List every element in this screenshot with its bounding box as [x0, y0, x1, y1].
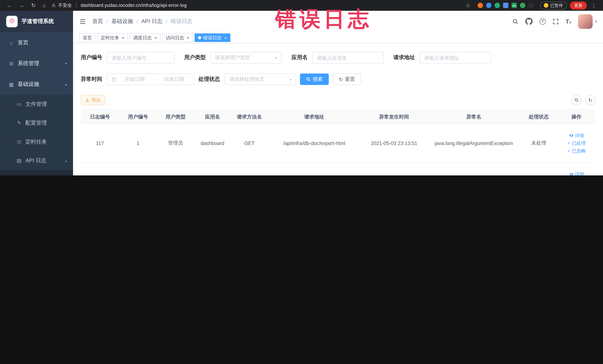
sidebar-item-access-log[interactable]: ▥访问日志	[0, 170, 73, 176]
refresh-icon: ↻	[588, 97, 592, 103]
export-button[interactable]: 导出	[81, 95, 105, 105]
user-id-input[interactable]	[107, 52, 175, 63]
screen: ← → ↻ ⌂ ⚠ 不安全 dashboard.yudao.iocoder.cn…	[0, 0, 603, 176]
breadcrumb-separator: /	[166, 18, 167, 24]
sidebar-item-job[interactable]: ◷定时任务	[0, 132, 73, 151]
reload-icon[interactable]: ↻	[28, 0, 39, 11]
action-processed[interactable]: ✓已处理	[567, 140, 586, 146]
tab-错误日志[interactable]: 错误日志×	[195, 33, 230, 42]
tab-close-icon[interactable]: ×	[187, 35, 189, 40]
breadcrumb-item-infrastructure[interactable]: 基础设施	[111, 18, 133, 25]
exception-time-field: 异常时间 开始日期 - 结束日期	[81, 73, 195, 85]
cell-user_id: 1	[119, 163, 157, 176]
app-title: 芋道管理系统	[22, 18, 54, 25]
extension-dark-paw-icon[interactable]	[529, 3, 534, 8]
address-bar[interactable]: ⚠ 不安全 dashboard.yudao.iocoder.cn/infra/l…	[52, 2, 187, 9]
tab-首页[interactable]: 首页	[79, 33, 95, 42]
filter-row-2: 异常时间 开始日期 - 结束日期 处理状态 请选	[81, 73, 595, 85]
sidebar-item-file[interactable]: ▭文件管理	[0, 94, 73, 114]
cell-method: GET	[231, 163, 268, 176]
action-ignored[interactable]: ✓已忽略	[567, 148, 586, 154]
avatar-dropdown[interactable]: ▾	[578, 14, 597, 29]
check-icon: ✓	[567, 141, 571, 145]
active-tab-dot	[198, 36, 201, 39]
cell-id: 117	[81, 124, 119, 163]
search-toggle-button[interactable]	[571, 95, 581, 105]
app-name-input[interactable]	[312, 52, 384, 63]
extension-teal-sync-icon[interactable]	[495, 3, 500, 8]
process-status-field: 处理状态 请选择处理状态 ▾	[198, 73, 296, 85]
browser-right-controls: ☆ on 已暂停 更新 ⋮	[462, 0, 600, 11]
action-detail[interactable]: 详细	[569, 132, 584, 139]
tab-close-icon[interactable]: ×	[224, 35, 227, 40]
app-logo[interactable]: 芋道管理系统	[0, 11, 73, 32]
process-status-select[interactable]: 请选择处理状态 ▾	[225, 73, 296, 85]
github-icon[interactable]	[525, 18, 532, 25]
extension-green-leaf-icon[interactable]	[520, 3, 525, 8]
request-url-label: 请求地址	[393, 54, 415, 61]
table-body: 1171管理员dashboardGET/api/infra/db-doc/exp…	[81, 124, 595, 176]
app-header: 首页 / 基础设施 / API 日志 / 错误日志 ?	[73, 11, 603, 32]
reset-button[interactable]: ↻ 重置	[333, 73, 361, 85]
tab-访问日志[interactable]: 访问日志×	[162, 33, 193, 42]
refresh-button[interactable]: ↻	[585, 95, 595, 105]
back-icon[interactable]: ←	[3, 0, 15, 11]
sidebar-item-system[interactable]: ⚙系统管理▾	[0, 53, 73, 74]
sidebar-toggle-icon[interactable]	[79, 18, 86, 25]
security-label[interactable]: 不安全	[58, 2, 72, 9]
sidebar-item-api-log[interactable]: ▤API 日志▴	[0, 151, 73, 170]
chevron-up-icon: ▴	[65, 82, 67, 86]
url-text[interactable]: dashboard.yudao.iocoder.cn/infra/log/api…	[81, 3, 187, 8]
breadcrumb-item-api-log[interactable]: API 日志	[141, 18, 162, 25]
download-icon	[85, 98, 90, 102]
bookmark-star-icon[interactable]: ☆	[462, 0, 474, 11]
column-header: 异常发生时间	[360, 110, 428, 124]
exception-time-label: 异常时间	[81, 76, 102, 83]
extension-blue-grid-icon[interactable]	[503, 3, 509, 8]
kebab-menu-icon[interactable]: ⋮	[588, 0, 600, 11]
column-header: 用户编号	[119, 110, 157, 124]
extension-orange-icon[interactable]	[478, 3, 483, 8]
logo-rabbit-icon	[6, 16, 18, 27]
sidebar-item-infrastructure[interactable]: ▦基础设施▴	[0, 74, 73, 94]
cell-status: 未处理	[520, 124, 557, 163]
tab-label: 访问日志	[166, 35, 184, 41]
request-url-input[interactable]	[419, 52, 491, 63]
tab-close-icon[interactable]: ×	[154, 35, 157, 40]
browser-toolbar: ← → ↻ ⌂ ⚠ 不安全 dashboard.yudao.iocoder.cn…	[0, 0, 603, 11]
browser-home-icon[interactable]: ⌂	[39, 0, 49, 11]
fullscreen-icon[interactable]	[553, 18, 559, 24]
sidebar-item-label: 配置管理	[25, 119, 47, 126]
tab-调度日志[interactable]: 调度日志×	[130, 33, 160, 42]
sidebar-item-home[interactable]: ⌂首页	[0, 32, 73, 53]
user-type-select[interactable]: 请选择用户类型 ▾	[210, 52, 282, 63]
column-header: 异常名	[428, 110, 520, 124]
extension-green-on-icon[interactable]: on	[511, 3, 517, 8]
exception-time-range-picker[interactable]: 开始日期 - 结束日期	[107, 73, 195, 85]
help-icon[interactable]: ?	[539, 18, 545, 24]
search-button[interactable]: 搜索	[300, 73, 329, 85]
update-button[interactable]: 更新	[570, 1, 587, 10]
sidebar-item-label: 首页	[18, 39, 28, 46]
tab-label: 调度日志	[133, 35, 152, 41]
user-id-label: 用户编号	[81, 54, 102, 61]
breadcrumb-item-home[interactable]: 首页	[92, 18, 103, 25]
tab-定时任务[interactable]: 定时任务×	[97, 33, 128, 42]
cell-url: /api/infra/db-doc/export-html	[268, 124, 360, 163]
forward-icon[interactable]: →	[15, 0, 28, 11]
cell-exception: java.lang.IllegalArgumentException	[428, 124, 520, 163]
page-content: 用户编号 用户类型 请选择用户类型 ▾ 应用名	[73, 43, 603, 176]
font-size-icon[interactable]: TT	[566, 18, 571, 25]
sidebar-menu: ⌂首页⚙系统管理▾▦基础设施▴▭文件管理✎配置管理◷定时任务▤API 日志▴▥访…	[0, 32, 73, 176]
check-icon: ✓	[567, 149, 571, 153]
user-type-label: 用户类型	[184, 54, 206, 61]
extension-blue-drop-icon[interactable]	[486, 3, 491, 8]
sidebar-item-label: 定时任务	[25, 138, 47, 145]
tab-close-icon[interactable]: ×	[122, 35, 124, 40]
tab-label: 错误日志	[203, 35, 222, 41]
search-icon[interactable]	[512, 18, 518, 24]
sidebar-item-config[interactable]: ✎配置管理	[0, 114, 73, 132]
error-log-table: 日志编号用户编号用户类型应用名请求方法名请求地址异常发生时间异常名处理状态操作 …	[81, 110, 595, 176]
action-detail[interactable]: 详细	[569, 171, 584, 176]
sync-paused-chip[interactable]: 已暂停	[540, 1, 567, 10]
